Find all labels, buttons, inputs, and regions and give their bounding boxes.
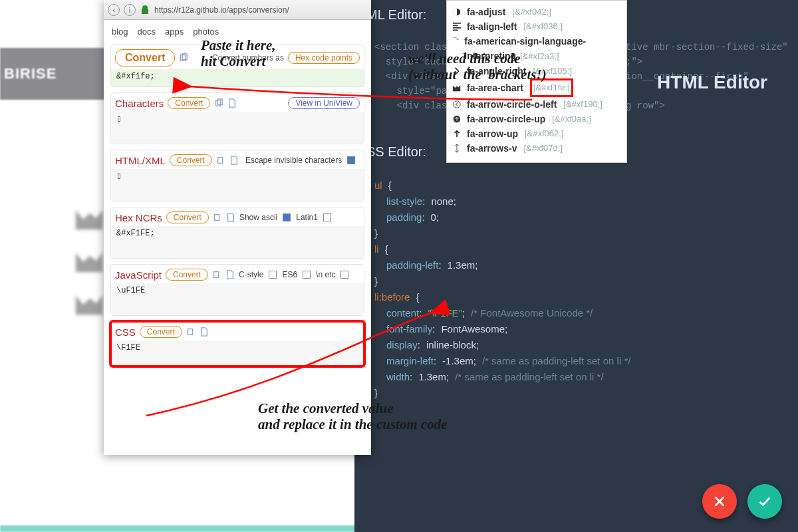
area-chart-icon [74,250,105,274]
doc-icon[interactable] [225,270,235,279]
back-button[interactable]: ‹ [108,4,120,16]
arrow-circle-up-icon [452,114,462,124]
hex-mode-pill[interactable]: Hex code points [288,52,360,64]
css-code-block[interactable]: ul { list-style: none; padding: 0; } li … [374,178,630,402]
arrow-circle-left-icon [452,100,462,109]
convert-button[interactable]: Convert [166,211,209,223]
copy-icon[interactable] [186,327,196,336]
info-button[interactable]: i [124,4,136,16]
tab-docs[interactable]: docs [138,27,156,37]
html-editor-big-label: HTML Editor [645,66,779,94]
main-convert-button[interactable]: Convert [115,49,175,66]
cancel-fab[interactable] [702,484,737,519]
doc-icon[interactable] [229,156,239,165]
tab-photos[interactable]: photos [193,27,219,37]
svg-rect-9 [214,272,219,278]
convert-button[interactable]: Convert [170,154,212,166]
fa-row: fa-arrow-circle-o-left[&#xf190;] [452,97,624,112]
copy-icon[interactable] [213,213,222,222]
convert-button[interactable]: Convert [168,97,210,109]
cstyle-checkbox[interactable] [269,271,277,279]
site-nav-tabs: blog docs apps photos [104,20,371,39]
area-chart-icon [452,83,462,92]
svg-rect-8 [215,215,219,221]
area-chart-icon [74,207,105,231]
url-text[interactable]: https://r12a.github.io/apps/conversion/ [154,4,289,16]
view-uniview-button[interactable]: View in UniView [288,97,360,109]
latin1-checkbox[interactable] [323,213,331,221]
svg-rect-7 [218,158,223,164]
doc-icon[interactable] [200,327,209,336]
characters-block: Characters Convert View in UniView ▯ [110,92,364,144]
bg-brand-label: BIRISE [4,65,57,82]
netc-checkbox[interactable] [340,271,348,279]
fa-row: fa-arrows-v[&#xf07d;] [452,141,624,156]
main-input-value[interactable]: &#xf1fe; [111,69,364,86]
copy-icon[interactable] [216,156,225,165]
css-block: CSS Convert \F1FE [110,321,364,366]
doc-icon[interactable] [227,98,237,108]
asl-icon [452,34,459,43]
javascript-block: JavaScript Convert C-style ES6 \n etc \u… [110,264,364,316]
svg-rect-10 [188,329,193,335]
copy-icon[interactable] [212,270,221,279]
fa-row: fa-align-left[&#xf036;] [452,19,624,34]
ascii-checkbox[interactable] [283,213,291,221]
html-xml-block: HTML/XML Convert Escape invisible charac… [110,150,364,201]
tab-apps[interactable]: apps [165,27,184,37]
address-bar: ‹ i https://r12a.github.io/apps/conversi… [104,0,371,20]
annotation-2: we'll need this code (without the bracke… [408,51,547,82]
align-left-icon [452,22,462,31]
fa-row: fa-arrow-circle-up[&#xf0aa;] [452,112,624,126]
copy-icon[interactable] [214,98,223,108]
tab-blog[interactable]: blog [112,27,128,37]
es6-checkbox[interactable] [303,271,311,279]
escape-checkbox[interactable] [347,156,355,164]
area-chart-icon [74,293,105,317]
annotation-3: Get the converted value and replace it i… [258,400,448,432]
convert-button[interactable]: Convert [140,326,182,338]
adjust-icon [452,7,462,17]
doc-icon[interactable] [226,213,235,222]
hex-ncrs-block: Hex NCRs Convert Show ascii Latin1 &#xF1… [110,207,364,259]
lock-icon [140,5,150,15]
fa-row: fa-arrow-up[&#xf062;] [452,126,624,141]
arrow-up-icon [452,129,462,138]
svg-point-1 [454,101,461,108]
convert-button[interactable]: Convert [166,269,208,281]
copy-icon[interactable] [179,53,188,63]
confirm-fab[interactable] [747,484,782,519]
arrows-v-icon [452,144,462,153]
fa-row: fa-adjust[&#xf042;] [452,5,624,19]
annotation-1: Paste it here, hit Convert [201,37,276,69]
